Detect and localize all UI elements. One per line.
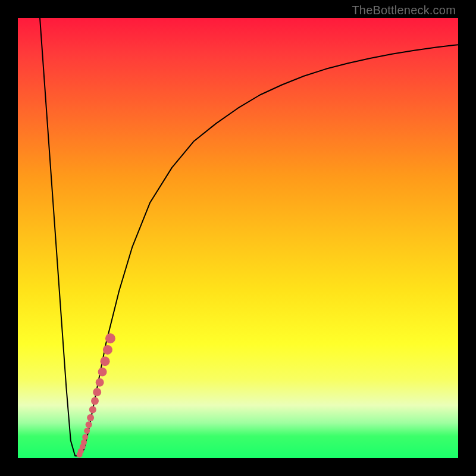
plot-area [18, 18, 458, 458]
marker-dot [81, 439, 87, 445]
marker-dot [84, 428, 90, 434]
marker-dot [82, 434, 88, 440]
marker-dot [101, 356, 110, 366]
marker-dot [87, 414, 94, 421]
curve-path [40, 18, 458, 456]
marker-dot [103, 345, 112, 355]
watermark-text: TheBottleneck.com [352, 4, 456, 17]
marker-dot [86, 421, 92, 428]
curve-layer [40, 18, 458, 456]
marker-dot [93, 388, 101, 396]
marker-dot [96, 378, 104, 387]
marker-dot [89, 406, 96, 414]
chart-svg [18, 18, 458, 458]
marker-dot [105, 333, 115, 343]
marker-dot [91, 397, 99, 405]
marker-dot [77, 452, 83, 458]
marker-dot [98, 367, 107, 376]
chart-frame: TheBottleneck.com [0, 0, 476, 476]
marker-layer [77, 333, 115, 458]
marker-dot [78, 448, 84, 454]
marker-dot [80, 444, 86, 450]
